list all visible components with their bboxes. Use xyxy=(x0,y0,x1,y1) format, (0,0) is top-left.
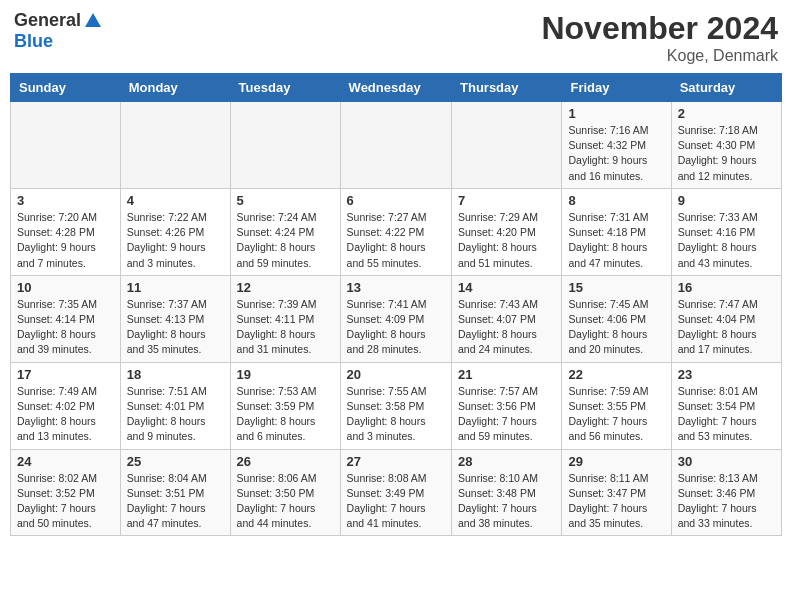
day-info: Sunrise: 8:11 AMSunset: 3:47 PMDaylight:… xyxy=(568,471,664,532)
day-info: Sunrise: 7:57 AMSunset: 3:56 PMDaylight:… xyxy=(458,384,555,445)
calendar-day-cell: 6Sunrise: 7:27 AMSunset: 4:22 PMDaylight… xyxy=(340,188,451,275)
day-info: Sunrise: 7:20 AMSunset: 4:28 PMDaylight:… xyxy=(17,210,114,271)
calendar-day-cell: 7Sunrise: 7:29 AMSunset: 4:20 PMDaylight… xyxy=(452,188,562,275)
calendar-day-cell: 27Sunrise: 8:08 AMSunset: 3:49 PMDayligh… xyxy=(340,449,451,536)
calendar-day-cell: 22Sunrise: 7:59 AMSunset: 3:55 PMDayligh… xyxy=(562,362,671,449)
day-number: 4 xyxy=(127,193,224,208)
day-of-week-header: Monday xyxy=(120,74,230,102)
calendar-day-cell: 3Sunrise: 7:20 AMSunset: 4:28 PMDaylight… xyxy=(11,188,121,275)
day-info: Sunrise: 7:39 AMSunset: 4:11 PMDaylight:… xyxy=(237,297,334,358)
calendar-day-cell xyxy=(340,102,451,189)
calendar-day-cell: 18Sunrise: 7:51 AMSunset: 4:01 PMDayligh… xyxy=(120,362,230,449)
calendar-table: SundayMondayTuesdayWednesdayThursdayFrid… xyxy=(10,73,782,536)
day-of-week-header: Tuesday xyxy=(230,74,340,102)
day-number: 14 xyxy=(458,280,555,295)
calendar-day-cell: 4Sunrise: 7:22 AMSunset: 4:26 PMDaylight… xyxy=(120,188,230,275)
day-info: Sunrise: 7:27 AMSunset: 4:22 PMDaylight:… xyxy=(347,210,445,271)
day-number: 3 xyxy=(17,193,114,208)
logo-icon xyxy=(83,11,103,31)
calendar-week-row: 3Sunrise: 7:20 AMSunset: 4:28 PMDaylight… xyxy=(11,188,782,275)
day-info: Sunrise: 7:16 AMSunset: 4:32 PMDaylight:… xyxy=(568,123,664,184)
day-number: 21 xyxy=(458,367,555,382)
day-info: Sunrise: 8:08 AMSunset: 3:49 PMDaylight:… xyxy=(347,471,445,532)
title-area: November 2024 Koge, Denmark xyxy=(541,10,778,65)
calendar-day-cell: 25Sunrise: 8:04 AMSunset: 3:51 PMDayligh… xyxy=(120,449,230,536)
calendar-day-cell: 24Sunrise: 8:02 AMSunset: 3:52 PMDayligh… xyxy=(11,449,121,536)
calendar-day-cell: 11Sunrise: 7:37 AMSunset: 4:13 PMDayligh… xyxy=(120,275,230,362)
day-info: Sunrise: 8:04 AMSunset: 3:51 PMDaylight:… xyxy=(127,471,224,532)
day-number: 2 xyxy=(678,106,775,121)
calendar-day-cell: 30Sunrise: 8:13 AMSunset: 3:46 PMDayligh… xyxy=(671,449,781,536)
day-of-week-header: Thursday xyxy=(452,74,562,102)
calendar-day-cell: 21Sunrise: 7:57 AMSunset: 3:56 PMDayligh… xyxy=(452,362,562,449)
calendar-day-cell: 10Sunrise: 7:35 AMSunset: 4:14 PMDayligh… xyxy=(11,275,121,362)
day-info: Sunrise: 8:10 AMSunset: 3:48 PMDaylight:… xyxy=(458,471,555,532)
calendar-day-cell: 9Sunrise: 7:33 AMSunset: 4:16 PMDaylight… xyxy=(671,188,781,275)
location-title: Koge, Denmark xyxy=(541,47,778,65)
calendar-day-cell: 28Sunrise: 8:10 AMSunset: 3:48 PMDayligh… xyxy=(452,449,562,536)
calendar-day-cell: 20Sunrise: 7:55 AMSunset: 3:58 PMDayligh… xyxy=(340,362,451,449)
day-of-week-header: Sunday xyxy=(11,74,121,102)
day-number: 25 xyxy=(127,454,224,469)
day-number: 22 xyxy=(568,367,664,382)
day-number: 7 xyxy=(458,193,555,208)
header: General Blue November 2024 Koge, Denmark xyxy=(10,10,782,65)
day-number: 5 xyxy=(237,193,334,208)
calendar-day-cell: 26Sunrise: 8:06 AMSunset: 3:50 PMDayligh… xyxy=(230,449,340,536)
day-info: Sunrise: 7:33 AMSunset: 4:16 PMDaylight:… xyxy=(678,210,775,271)
calendar-day-cell: 16Sunrise: 7:47 AMSunset: 4:04 PMDayligh… xyxy=(671,275,781,362)
day-number: 9 xyxy=(678,193,775,208)
day-info: Sunrise: 7:55 AMSunset: 3:58 PMDaylight:… xyxy=(347,384,445,445)
day-number: 24 xyxy=(17,454,114,469)
day-info: Sunrise: 7:59 AMSunset: 3:55 PMDaylight:… xyxy=(568,384,664,445)
day-number: 20 xyxy=(347,367,445,382)
day-info: Sunrise: 7:51 AMSunset: 4:01 PMDaylight:… xyxy=(127,384,224,445)
day-info: Sunrise: 7:41 AMSunset: 4:09 PMDaylight:… xyxy=(347,297,445,358)
calendar-day-cell xyxy=(452,102,562,189)
calendar-week-row: 24Sunrise: 8:02 AMSunset: 3:52 PMDayligh… xyxy=(11,449,782,536)
day-number: 23 xyxy=(678,367,775,382)
calendar-week-row: 1Sunrise: 7:16 AMSunset: 4:32 PMDaylight… xyxy=(11,102,782,189)
day-number: 18 xyxy=(127,367,224,382)
calendar-day-cell: 2Sunrise: 7:18 AMSunset: 4:30 PMDaylight… xyxy=(671,102,781,189)
calendar-day-cell xyxy=(230,102,340,189)
logo-blue-text: Blue xyxy=(14,31,53,52)
logo: General Blue xyxy=(14,10,103,52)
calendar-week-row: 17Sunrise: 7:49 AMSunset: 4:02 PMDayligh… xyxy=(11,362,782,449)
day-info: Sunrise: 7:24 AMSunset: 4:24 PMDaylight:… xyxy=(237,210,334,271)
month-title: November 2024 xyxy=(541,10,778,47)
day-number: 17 xyxy=(17,367,114,382)
day-number: 16 xyxy=(678,280,775,295)
calendar-day-cell: 14Sunrise: 7:43 AMSunset: 4:07 PMDayligh… xyxy=(452,275,562,362)
day-number: 15 xyxy=(568,280,664,295)
day-number: 6 xyxy=(347,193,445,208)
day-info: Sunrise: 8:06 AMSunset: 3:50 PMDaylight:… xyxy=(237,471,334,532)
calendar-day-cell: 13Sunrise: 7:41 AMSunset: 4:09 PMDayligh… xyxy=(340,275,451,362)
day-number: 29 xyxy=(568,454,664,469)
day-info: Sunrise: 7:53 AMSunset: 3:59 PMDaylight:… xyxy=(237,384,334,445)
calendar-day-cell: 19Sunrise: 7:53 AMSunset: 3:59 PMDayligh… xyxy=(230,362,340,449)
day-info: Sunrise: 7:45 AMSunset: 4:06 PMDaylight:… xyxy=(568,297,664,358)
calendar-day-cell xyxy=(120,102,230,189)
day-info: Sunrise: 7:18 AMSunset: 4:30 PMDaylight:… xyxy=(678,123,775,184)
day-number: 19 xyxy=(237,367,334,382)
calendar-day-cell: 17Sunrise: 7:49 AMSunset: 4:02 PMDayligh… xyxy=(11,362,121,449)
logo-general-text: General xyxy=(14,10,81,31)
day-number: 26 xyxy=(237,454,334,469)
calendar-week-row: 10Sunrise: 7:35 AMSunset: 4:14 PMDayligh… xyxy=(11,275,782,362)
svg-marker-0 xyxy=(85,13,101,27)
day-info: Sunrise: 7:29 AMSunset: 4:20 PMDaylight:… xyxy=(458,210,555,271)
day-number: 13 xyxy=(347,280,445,295)
calendar-day-cell: 1Sunrise: 7:16 AMSunset: 4:32 PMDaylight… xyxy=(562,102,671,189)
day-info: Sunrise: 7:49 AMSunset: 4:02 PMDaylight:… xyxy=(17,384,114,445)
day-number: 27 xyxy=(347,454,445,469)
day-of-week-header: Wednesday xyxy=(340,74,451,102)
day-number: 12 xyxy=(237,280,334,295)
day-number: 30 xyxy=(678,454,775,469)
day-number: 1 xyxy=(568,106,664,121)
calendar-day-cell xyxy=(11,102,121,189)
calendar-day-cell: 23Sunrise: 8:01 AMSunset: 3:54 PMDayligh… xyxy=(671,362,781,449)
day-number: 10 xyxy=(17,280,114,295)
day-number: 11 xyxy=(127,280,224,295)
calendar-day-cell: 29Sunrise: 8:11 AMSunset: 3:47 PMDayligh… xyxy=(562,449,671,536)
